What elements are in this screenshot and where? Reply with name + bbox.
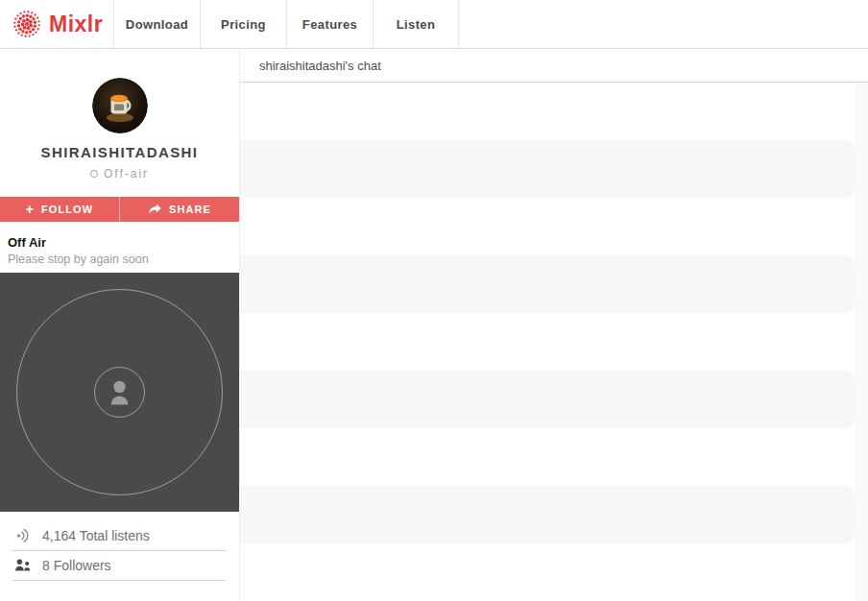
nav-item-listen[interactable]: Listen <box>373 0 459 48</box>
offair-message: Please stop by again soon <box>8 252 231 266</box>
main-layout: SHIRAISHITADASHI Off-air + FOLLOW SHARE <box>0 49 868 601</box>
offair-ring-icon <box>90 170 98 178</box>
share-arrow-icon <box>148 204 162 215</box>
follow-button[interactable]: + FOLLOW <box>0 197 119 222</box>
brand-wordmark: Mixlr <box>49 12 103 37</box>
listens-icon <box>12 527 34 544</box>
status-label: Off-air <box>104 167 149 180</box>
profile-name: SHIRAISHITADASHI <box>0 144 239 160</box>
followers-icon <box>12 557 34 574</box>
offair-title: Off Air <box>8 235 231 250</box>
chat-row <box>240 371 855 428</box>
chat-panel: shiraishitadashi's chat <box>239 49 868 601</box>
stat-text: 4,164 Total listens <box>42 528 150 543</box>
profile-sidebar: SHIRAISHITADASHI Off-air + FOLLOW SHARE <box>0 49 239 601</box>
nav-item-features[interactable]: Features <box>286 0 373 48</box>
broadcast-visualizer <box>0 273 239 512</box>
mixlr-dots-icon <box>12 10 41 38</box>
chat-row <box>240 83 868 140</box>
total-listens-row: 4,164 Total listens <box>12 521 226 551</box>
chat-scrollbar-track[interactable] <box>855 83 868 601</box>
share-button[interactable]: SHARE <box>119 197 239 222</box>
chat-row <box>240 140 855 198</box>
chat-row <box>240 543 868 601</box>
person-icon <box>111 381 129 405</box>
mixlr-logo[interactable]: Mixlr <box>0 0 113 48</box>
chat-row <box>240 255 855 313</box>
chat-header: shiraishitadashi's chat <box>240 49 868 83</box>
chat-message-area <box>240 83 868 601</box>
nav-item-download[interactable]: Download <box>113 0 200 48</box>
plus-icon: + <box>26 203 35 216</box>
top-nav: Mixlr Download Pricing Features Listen <box>0 0 868 49</box>
stats-list: 4,164 Total listens 8 Followers <box>0 512 239 581</box>
share-label: SHARE <box>169 204 211 215</box>
chat-row <box>240 313 868 371</box>
follow-label: FOLLOW <box>41 204 93 215</box>
followers-row[interactable]: 8 Followers <box>12 551 226 581</box>
avatar <box>92 78 148 133</box>
status-badge: Off-air <box>0 167 239 180</box>
offair-note: Off Air Please stop by again soon <box>0 222 239 273</box>
chat-row <box>240 428 868 486</box>
profile-header: SHIRAISHITADASHI Off-air <box>0 49 239 197</box>
chat-row <box>240 198 868 255</box>
stat-text: 8 Followers <box>42 558 111 573</box>
nav-item-pricing[interactable]: Pricing <box>200 0 286 48</box>
chat-row <box>240 486 855 543</box>
action-bar: + FOLLOW SHARE <box>0 197 239 222</box>
